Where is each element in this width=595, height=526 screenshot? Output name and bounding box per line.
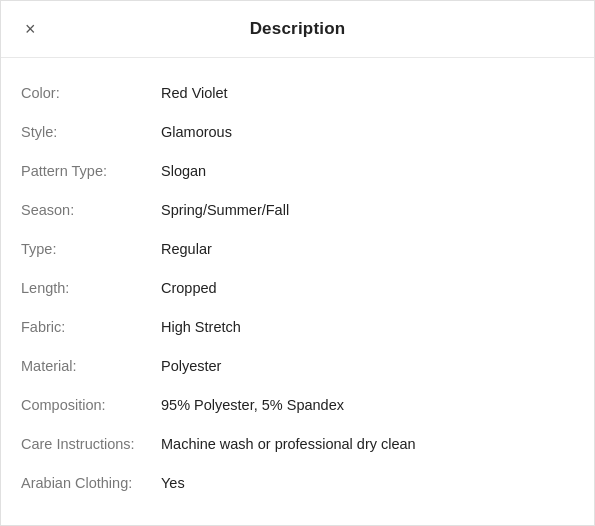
modal-header: × Description xyxy=(1,1,594,58)
table-row: Color:Red Violet xyxy=(21,74,574,113)
row-value: 95% Polyester, 5% Spandex xyxy=(161,386,574,425)
row-value: Regular xyxy=(161,230,574,269)
description-content: Color:Red VioletStyle:GlamorousPattern T… xyxy=(1,58,594,525)
table-row: Material:Polyester xyxy=(21,347,574,386)
row-value: Slogan xyxy=(161,152,574,191)
table-row: Length:Cropped xyxy=(21,269,574,308)
row-label: Color: xyxy=(21,74,161,113)
table-row: Pattern Type:Slogan xyxy=(21,152,574,191)
row-label: Care Instructions: xyxy=(21,425,161,464)
row-value: Cropped xyxy=(161,269,574,308)
row-value: Glamorous xyxy=(161,113,574,152)
row-label: Pattern Type: xyxy=(21,152,161,191)
row-value: Red Violet xyxy=(161,74,574,113)
row-label: Style: xyxy=(21,113,161,152)
row-value: Polyester xyxy=(161,347,574,386)
close-icon: × xyxy=(25,20,36,38)
modal-title: Description xyxy=(250,19,346,39)
row-value: Machine wash or professional dry clean xyxy=(161,425,574,464)
row-value: Yes xyxy=(161,464,574,503)
row-label: Material: xyxy=(21,347,161,386)
row-label: Arabian Clothing: xyxy=(21,464,161,503)
description-table: Color:Red VioletStyle:GlamorousPattern T… xyxy=(21,74,574,503)
description-modal: × Description Color:Red VioletStyle:Glam… xyxy=(0,0,595,526)
table-row: Style:Glamorous xyxy=(21,113,574,152)
row-label: Season: xyxy=(21,191,161,230)
table-row: Type:Regular xyxy=(21,230,574,269)
table-row: Composition:95% Polyester, 5% Spandex xyxy=(21,386,574,425)
close-button[interactable]: × xyxy=(21,16,40,42)
table-row: Arabian Clothing:Yes xyxy=(21,464,574,503)
row-label: Type: xyxy=(21,230,161,269)
row-label: Fabric: xyxy=(21,308,161,347)
row-value: High Stretch xyxy=(161,308,574,347)
table-row: Fabric:High Stretch xyxy=(21,308,574,347)
row-label: Composition: xyxy=(21,386,161,425)
table-row: Care Instructions:Machine wash or profes… xyxy=(21,425,574,464)
row-label: Length: xyxy=(21,269,161,308)
table-row: Season:Spring/Summer/Fall xyxy=(21,191,574,230)
row-value: Spring/Summer/Fall xyxy=(161,191,574,230)
